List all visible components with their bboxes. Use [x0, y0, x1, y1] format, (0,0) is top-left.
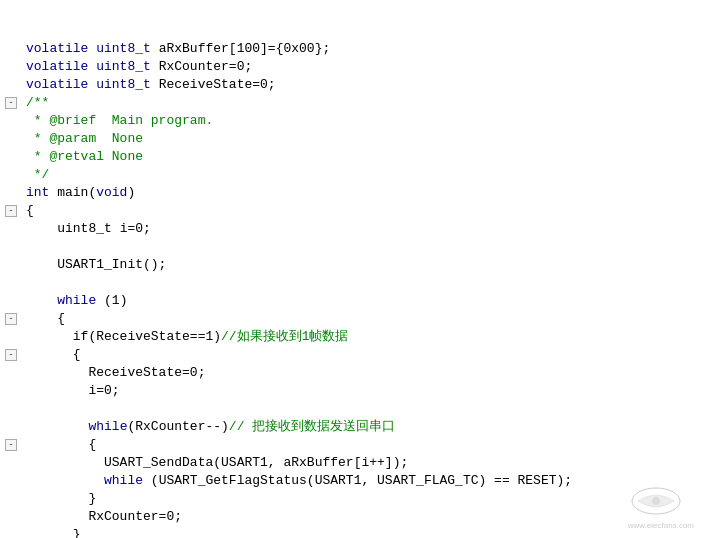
token: aRxBuffer[100]={0x00};: [151, 41, 330, 56]
token: void: [96, 185, 127, 200]
token: i=0;: [26, 383, 120, 398]
token: }: [26, 527, 81, 538]
code-line: -/**: [0, 94, 702, 112]
line-content: while(RxCounter--)// 把接收到数据发送回串口: [22, 418, 702, 436]
code-line: - {: [0, 436, 702, 454]
token: /**: [26, 95, 49, 110]
token: (1): [96, 293, 127, 308]
line-content: * @param None: [22, 130, 702, 148]
line-content: {: [22, 346, 702, 364]
watermark: www.elecfans.com: [628, 485, 694, 530]
code-line: */: [0, 166, 702, 184]
token: (RxCounter--): [127, 419, 228, 434]
code-line: * @retval None: [0, 148, 702, 166]
token: volatile: [26, 41, 96, 56]
line-content: {: [22, 310, 702, 328]
token: USART_SendData(USART1, aRxBuffer[i++]);: [26, 455, 408, 470]
token: }: [26, 491, 96, 506]
line-content: /**: [22, 94, 702, 112]
collapse-button[interactable]: -: [5, 97, 17, 109]
token: ): [127, 185, 135, 200]
line-content: [22, 274, 702, 292]
token: //如果接收到1帧数据: [221, 329, 348, 344]
line-content: USART_SendData(USART1, aRxBuffer[i++]);: [22, 454, 702, 472]
gutter: -: [0, 97, 22, 109]
code-line: volatile uint8_t RxCounter=0;: [0, 58, 702, 76]
token: i=0;: [112, 221, 151, 236]
token: ReceiveState=0;: [151, 77, 276, 92]
token: while: [104, 473, 143, 488]
token: * @brief Main program.: [26, 113, 213, 128]
code-line: uint8_t i=0;: [0, 220, 702, 238]
token: if(ReceiveState==1): [26, 329, 221, 344]
code-line: - {: [0, 310, 702, 328]
line-content: while (USART_GetFlagStatus(USART1, USART…: [22, 472, 702, 490]
code-line: - {: [0, 346, 702, 364]
line-content: RxCounter=0;: [22, 508, 702, 526]
token: {: [26, 311, 65, 326]
code-line: i=0;: [0, 382, 702, 400]
code-line: * @param None: [0, 130, 702, 148]
code-line: [0, 274, 702, 292]
code-line: RxCounter=0;: [0, 508, 702, 526]
code-line: if(ReceiveState==1)//如果接收到1帧数据: [0, 328, 702, 346]
gutter: -: [0, 205, 22, 217]
line-content: }: [22, 490, 702, 508]
code-line: USART1_Init();: [0, 256, 702, 274]
token: (USART_GetFlagStatus(USART1, USART_FLAG_…: [143, 473, 572, 488]
token: uint8_t: [26, 221, 112, 236]
token: uint8_t: [96, 41, 151, 56]
code-line: int main(void): [0, 184, 702, 202]
line-content: volatile uint8_t ReceiveState=0;: [22, 76, 702, 94]
svg-point-1: [652, 497, 660, 505]
token: {: [26, 347, 81, 362]
code-line: USART_SendData(USART1, aRxBuffer[i++]);: [0, 454, 702, 472]
line-content: i=0;: [22, 382, 702, 400]
token: int: [26, 185, 49, 200]
collapse-button[interactable]: -: [5, 349, 17, 361]
line-content: ReceiveState=0;: [22, 364, 702, 382]
token: while: [57, 293, 96, 308]
code-line: volatile uint8_t ReceiveState=0;: [0, 76, 702, 94]
line-content: [22, 238, 702, 256]
token: [26, 293, 57, 308]
token: // 把接收到数据发送回串口: [229, 419, 395, 434]
watermark-text: www.elecfans.com: [628, 521, 694, 530]
code-line: volatile uint8_t aRxBuffer[100]={0x00};: [0, 40, 702, 58]
token: RxCounter=0;: [151, 59, 252, 74]
collapse-button[interactable]: -: [5, 205, 17, 217]
token: ReceiveState=0;: [26, 365, 205, 380]
line-content: volatile uint8_t RxCounter=0;: [22, 58, 702, 76]
token: */: [26, 167, 49, 182]
code-line: [0, 238, 702, 256]
line-content: USART1_Init();: [22, 256, 702, 274]
code-line: }: [0, 490, 702, 508]
line-content: */: [22, 166, 702, 184]
line-content: * @brief Main program.: [22, 112, 702, 130]
code-line: ReceiveState=0;: [0, 364, 702, 382]
gutter: -: [0, 439, 22, 451]
line-content: {: [22, 202, 702, 220]
line-content: [22, 400, 702, 418]
token: uint8_t: [96, 59, 151, 74]
code-block: volatile uint8_t aRxBuffer[100]={0x00};v…: [0, 0, 702, 538]
gutter: -: [0, 313, 22, 325]
collapse-button[interactable]: -: [5, 313, 17, 325]
line-content: while (1): [22, 292, 702, 310]
code-editor: volatile uint8_t aRxBuffer[100]={0x00};v…: [0, 0, 702, 538]
line-content: {: [22, 436, 702, 454]
code-line: * @brief Main program.: [0, 112, 702, 130]
token: {: [26, 203, 34, 218]
token: USART1_Init();: [26, 257, 166, 272]
line-content: int main(void): [22, 184, 702, 202]
token: while: [88, 419, 127, 434]
collapse-button[interactable]: -: [5, 439, 17, 451]
gutter: -: [0, 349, 22, 361]
line-content: if(ReceiveState==1)//如果接收到1帧数据: [22, 328, 702, 346]
token: * @param None: [26, 131, 143, 146]
code-line: while (1): [0, 292, 702, 310]
line-content: uint8_t i=0;: [22, 220, 702, 238]
code-line: [0, 400, 702, 418]
token: volatile: [26, 59, 96, 74]
token: [26, 473, 104, 488]
